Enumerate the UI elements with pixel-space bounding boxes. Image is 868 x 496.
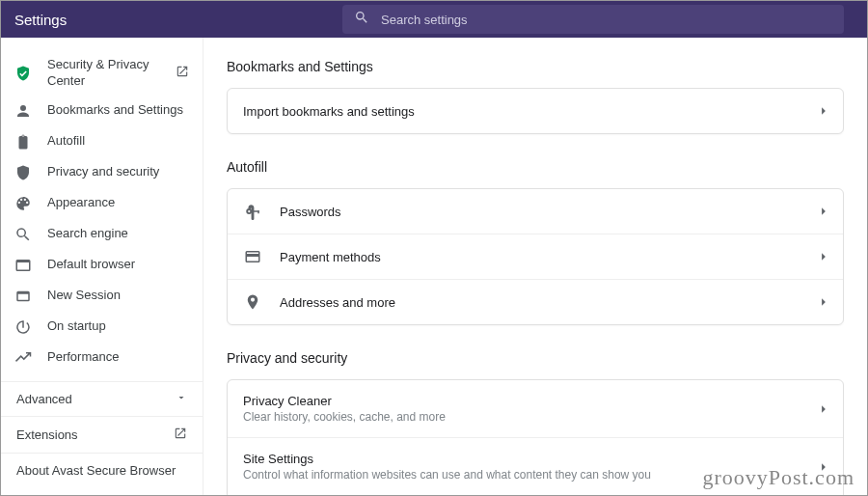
search-icon	[14, 226, 32, 243]
card-icon	[243, 248, 262, 265]
performance-icon	[14, 349, 32, 367]
sidebar-item-label: New Session	[47, 288, 189, 304]
row-addresses[interactable]: Addresses and more	[228, 280, 843, 324]
main-content: Bookmarks and Settings Import bookmarks …	[203, 38, 867, 495]
row-label: Passwords	[280, 205, 802, 219]
sidebar-item-label: Privacy and security	[47, 164, 189, 180]
sidebar-item-on-startup[interactable]: On startup	[1, 312, 203, 343]
chevron-right-icon	[820, 248, 827, 265]
sidebar: Security & Privacy Center Bookmarks and …	[1, 38, 203, 495]
sidebar-item-appearance[interactable]: Appearance	[1, 188, 203, 219]
row-label: Privacy Cleaner	[243, 394, 802, 408]
header: Settings	[1, 1, 867, 38]
sidebar-item-search-engine[interactable]: Search engine	[1, 219, 203, 250]
external-link-icon	[176, 65, 189, 81]
row-import-bookmarks[interactable]: Import bookmarks and settings	[228, 89, 843, 133]
tab-icon	[14, 288, 32, 305]
power-icon	[14, 318, 32, 336]
page-title: Settings	[14, 12, 323, 28]
chevron-down-icon	[176, 392, 187, 406]
sidebar-item-privacy[interactable]: Privacy and security	[1, 157, 203, 188]
browser-icon	[14, 257, 32, 274]
svg-point-1	[248, 210, 250, 212]
person-icon	[14, 102, 32, 120]
search-box[interactable]	[342, 5, 844, 34]
key-icon	[243, 203, 262, 220]
chevron-right-icon	[820, 203, 827, 220]
chevron-right-icon	[820, 400, 827, 418]
svg-rect-3	[258, 210, 259, 213]
sidebar-item-bookmarks[interactable]: Bookmarks and Settings	[1, 96, 203, 126]
sidebar-item-label: Default browser	[47, 257, 189, 273]
section-title-privacy: Privacy and security	[227, 350, 844, 366]
clipboard-icon	[14, 133, 32, 151]
sidebar-item-new-session[interactable]: New Session	[1, 281, 203, 312]
row-label: Import bookmarks and settings	[243, 104, 802, 119]
palette-icon	[14, 195, 32, 212]
sidebar-about[interactable]: About Avast Secure Browser	[1, 453, 203, 487]
row-sublabel: Clear history, cookies, cache, and more	[243, 410, 802, 424]
section-title-autofill: Autofill	[227, 159, 844, 175]
row-privacy-cleaner[interactable]: Privacy Cleaner Clear history, cookies, …	[228, 380, 843, 438]
about-label: About Avast Secure Browser	[16, 463, 176, 478]
sidebar-item-security-privacy-center[interactable]: Security & Privacy Center	[1, 51, 203, 96]
row-passwords[interactable]: Passwords	[228, 189, 843, 234]
card-bookmarks: Import bookmarks and settings	[227, 88, 844, 134]
advanced-label: Advanced	[16, 392, 72, 406]
sidebar-item-autofill[interactable]: Autofill	[1, 126, 203, 157]
sidebar-advanced-toggle[interactable]: Advanced	[1, 381, 203, 416]
chevron-right-icon	[820, 293, 827, 311]
row-label: Addresses and more	[280, 295, 802, 310]
shield-icon	[14, 164, 32, 181]
search-icon	[354, 10, 369, 29]
card-autofill: Passwords Payment methods Addresses and …	[227, 188, 844, 325]
sidebar-item-label: Performance	[47, 349, 189, 366]
sidebar-item-label: Autofill	[47, 133, 189, 150]
sidebar-item-label: Appearance	[47, 195, 189, 211]
chevron-right-icon	[820, 102, 827, 120]
row-sublabel: Control what information websites can us…	[243, 468, 802, 482]
external-link-icon	[174, 427, 187, 443]
sidebar-item-performance[interactable]: Performance	[1, 343, 203, 373]
search-input[interactable]	[381, 13, 832, 27]
sidebar-item-label: Bookmarks and Settings	[47, 102, 189, 119]
row-label: Payment methods	[280, 250, 802, 264]
sidebar-item-label: Security & Privacy Center	[47, 57, 160, 90]
row-label: Site Settings	[243, 452, 802, 466]
row-site-settings[interactable]: Site Settings Control what information w…	[228, 438, 843, 495]
card-privacy: Privacy Cleaner Clear history, cookies, …	[227, 379, 844, 495]
pin-icon	[243, 293, 262, 311]
sidebar-item-label: Search engine	[47, 226, 189, 242]
chevron-right-icon	[820, 458, 827, 476]
sidebar-item-default-browser[interactable]: Default browser	[1, 250, 203, 281]
extensions-label: Extensions	[16, 427, 78, 442]
sidebar-item-label: On startup	[47, 318, 189, 335]
row-payment-methods[interactable]: Payment methods	[228, 234, 843, 280]
sidebar-extensions[interactable]: Extensions	[1, 416, 203, 453]
section-title-bookmarks: Bookmarks and Settings	[227, 59, 844, 74]
shield-check-icon	[14, 65, 32, 82]
